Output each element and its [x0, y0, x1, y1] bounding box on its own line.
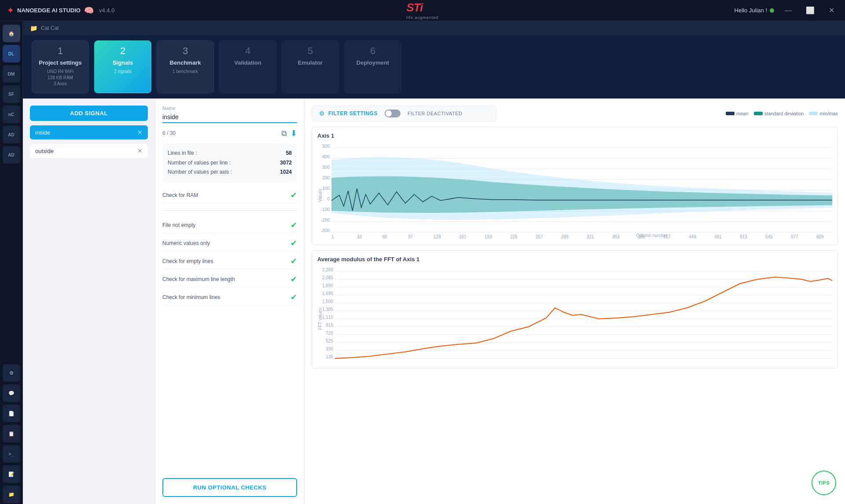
check-ram-label: Check for RAM: [162, 192, 198, 198]
svg-text:400: 400: [322, 154, 330, 159]
check-max-line-label: Check for maximum line length: [162, 276, 235, 282]
check-file-not-empty-row: File not empty ✔: [162, 218, 297, 233]
optional-checks: File not empty ✔ Numeric values only ✔ C…: [162, 218, 297, 305]
fft-chart-title: Average modulus of the FFT of Axis 1: [317, 256, 832, 263]
check-max-line-icon: ✔: [290, 274, 297, 284]
signal-close-outside[interactable]: ✕: [137, 147, 143, 154]
sidebar-item-chat[interactable]: 💬: [3, 384, 20, 402]
signal-item-outside[interactable]: outside ✕: [30, 144, 148, 158]
axis1-chart-title: Axis 1: [317, 132, 832, 139]
svg-text:135: 135: [326, 354, 333, 359]
sidebar-item-dl[interactable]: DL: [3, 45, 20, 62]
step-1-sub: UNO R4 WiFi128 KB RAM3 Axes: [47, 69, 74, 87]
check-empty-lines-icon: ✔: [290, 256, 297, 266]
mandatory-checks: Check for RAM ✔: [162, 188, 297, 203]
sidebar-item-sf[interactable]: SF: [3, 85, 20, 103]
lines-in-file-label: Lines in file :: [168, 149, 197, 158]
close-button[interactable]: ✕: [825, 4, 838, 16]
svg-text:1,695: 1,695: [322, 291, 333, 296]
app-logo: ✦ NANOEDGE AI STUDIO 🧠: [7, 6, 94, 15]
tips-button[interactable]: TIPS: [812, 471, 836, 495]
check-file-not-empty-label: File not empty: [162, 222, 195, 228]
step-3-benchmark[interactable]: 3 Benchmark 1 benchmark: [157, 40, 214, 93]
svg-text:525: 525: [326, 339, 333, 343]
topbar-right: Hello Julian ! — ⬜ ✕: [735, 4, 838, 16]
sidebar-item-folder[interactable]: 📁: [3, 486, 20, 503]
step-1-num: 1: [58, 46, 63, 56]
svg-text:577: 577: [791, 234, 798, 239]
file-controls: 6 / 30 ⧉ ⬇: [162, 128, 297, 138]
step-5-emulator[interactable]: 5 Emulator: [282, 40, 339, 93]
svg-text:321: 321: [587, 234, 594, 239]
sidebar-item-terminal[interactable]: >_: [3, 445, 20, 463]
sidebar-item-nc[interactable]: nC: [3, 106, 20, 123]
svg-text:2,280: 2,280: [322, 267, 333, 272]
step-2-name: Signals: [113, 59, 133, 66]
logo-brain: 🧠: [84, 6, 94, 15]
middle-panel: Name 6 / 30 ⧉ ⬇ Lines in file : 58 Numbe…: [155, 99, 305, 504]
svg-text:200: 200: [322, 175, 330, 180]
add-signal-button[interactable]: ADD SIGNAL: [30, 106, 148, 121]
maximize-button[interactable]: ⬜: [802, 4, 818, 16]
svg-text:2,085: 2,085: [322, 275, 333, 280]
step-1-project-settings[interactable]: 1 Project settings UNO R4 WiFi128 KB RAM…: [32, 40, 89, 93]
copy-file-button[interactable]: ⧉: [281, 129, 287, 138]
stm-logo: STi life.augmented: [406, 1, 438, 20]
sidebar-item-doc[interactable]: 📄: [3, 405, 20, 422]
step-5-name: Emulator: [298, 59, 323, 66]
svg-text:545: 545: [765, 234, 773, 239]
sidebar-item-settings[interactable]: ⚙: [3, 364, 20, 382]
sidebar-item-dm[interactable]: DM: [3, 65, 20, 83]
signal-close-inside[interactable]: ✕: [137, 129, 143, 136]
svg-text:1,110: 1,110: [322, 315, 333, 320]
signal-item-inside[interactable]: inside ✕: [30, 125, 148, 139]
check-min-lines-label: Check for minimum lines: [162, 294, 220, 300]
top-filter-row: ⚙ FILTER SETTINGS FILTER DEACTIVATED mea…: [312, 106, 838, 121]
step-2-num: 2: [120, 46, 125, 56]
svg-text:353: 353: [612, 234, 620, 239]
step-4-name: Validation: [234, 59, 261, 66]
check-min-lines-row: Check for minimum lines ✔: [162, 290, 297, 305]
fft-chart-container: Average modulus of the FFT of Axis 1 2,2…: [312, 250, 838, 369]
filter-settings-label[interactable]: FILTER SETTINGS: [328, 110, 378, 117]
legend-stddev-color: [754, 112, 763, 115]
svg-text:225: 225: [510, 234, 518, 239]
legend-minmax-label: min/max: [819, 111, 838, 116]
svg-text:481: 481: [714, 234, 722, 239]
svg-text:609: 609: [816, 234, 824, 239]
download-file-button[interactable]: ⬇: [290, 128, 297, 138]
svg-text:-200: -200: [321, 218, 330, 223]
values-per-axis-label: Number of values per axis :: [168, 168, 232, 177]
run-optional-checks-button[interactable]: RUN OPTIONAL CHECKS: [162, 478, 297, 497]
svg-text:500: 500: [322, 144, 330, 149]
sidebar-item-script[interactable]: 📝: [3, 465, 20, 483]
lines-in-file-value: 58: [286, 149, 292, 158]
check-empty-lines-label: Check for empty lines: [162, 258, 213, 264]
svg-text:915: 915: [326, 323, 333, 328]
sidebar-item-ad2[interactable]: AD: [3, 146, 20, 164]
svg-text:257: 257: [536, 234, 543, 239]
svg-text:129: 129: [434, 234, 441, 239]
svg-text:65: 65: [382, 234, 388, 239]
values-per-line-row: Number of values per line : 3072: [168, 158, 292, 168]
check-ram-row: Check for RAM ✔: [162, 188, 297, 203]
step-4-validation[interactable]: 4 Validation: [219, 40, 276, 93]
step-6-deployment[interactable]: 6 Deployment: [344, 40, 401, 93]
svg-text:100: 100: [322, 186, 330, 191]
signal-name-inside: inside: [35, 129, 50, 136]
breadcrumb: 📁 Cat Cat: [23, 21, 845, 35]
left-panel: ADD SIGNAL inside ✕ outside ✕: [23, 99, 155, 504]
breadcrumb-path: Cat Cat: [41, 25, 59, 31]
minimize-button[interactable]: —: [781, 5, 795, 16]
legend-mean-color: [726, 112, 735, 115]
step-2-signals[interactable]: 2 Signals 2 signals: [94, 40, 151, 93]
check-file-not-empty-icon: ✔: [290, 220, 297, 230]
filter-toggle[interactable]: [385, 110, 400, 117]
sidebar-item-log[interactable]: 📋: [3, 425, 20, 442]
legend-std-dev: standard deviation: [754, 111, 804, 116]
sidebar-item-ad1[interactable]: AD: [3, 126, 20, 143]
right-panel: ⚙ FILTER SETTINGS FILTER DEACTIVATED mea…: [305, 99, 845, 504]
signal-name-input[interactable]: [162, 112, 297, 123]
sidebar-item-home[interactable]: 🏠: [3, 25, 20, 42]
legend-mean-label: mean: [736, 111, 749, 116]
